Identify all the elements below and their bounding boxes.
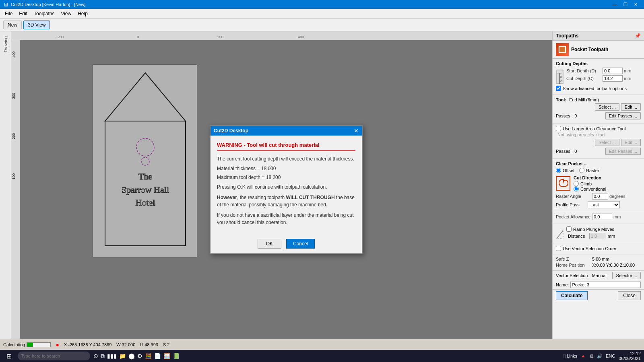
- ruler-tick-100: 100: [12, 173, 16, 179]
- area-edit-passes-button: Edit Passes ...: [605, 148, 641, 155]
- ramp-icon: [556, 227, 564, 239]
- menu-view[interactable]: View: [58, 10, 74, 17]
- tool-row: Tool: End Mill (6mm): [556, 97, 641, 102]
- cut-direction-options: Cut Direction Climb Conventional: [574, 175, 606, 191]
- progress-bar-fill: [27, 343, 33, 347]
- vector-order-checkbox[interactable]: [556, 246, 561, 251]
- taskbar: ⊞ ⊙ ⧉ ▮▮▮ 📁 ⬤ ⚙ 🧮 📄 🪟 📗 || Links 🔺 🖥 🔊 E…: [0, 350, 644, 362]
- not-using-label: Not using area clear tool: [557, 132, 641, 137]
- taskbar-icon-win[interactable]: 🪟: [163, 353, 170, 359]
- modal-pressing-ok: Pressing O.K will continue with toolpath…: [217, 183, 355, 191]
- modal-body-text: The current tool cutting depth will exce…: [217, 155, 355, 162]
- taskbar-time: 12:12: [630, 351, 641, 356]
- start-button[interactable]: ⊞: [3, 352, 14, 360]
- selector-button[interactable]: Selector ...: [612, 272, 641, 279]
- main-layout: Drawing -200 0 200 400 -400 300 200 100: [0, 31, 644, 339]
- modal-close-button[interactable]: ✕: [354, 128, 359, 134]
- pin-button[interactable]: 📌: [635, 33, 641, 39]
- tool-select-button[interactable]: Select ...: [595, 103, 619, 111]
- raster-angle-input[interactable]: [592, 193, 608, 200]
- conventional-radio[interactable]: [574, 186, 579, 191]
- title-bar-title: Cut2D Desktop [Kevin Harton] - [New]: [11, 2, 85, 7]
- modal-body: WARNING - Tool will cut through material…: [211, 136, 362, 236]
- new-button[interactable]: New: [3, 21, 22, 29]
- ramp-unit: mm: [608, 234, 615, 239]
- spiral-icon: [556, 176, 570, 191]
- cutting-depths-icon: D C: [556, 69, 564, 84]
- taskbar-icon-chrome[interactable]: ⬤: [128, 353, 135, 359]
- calc-row: Calculate Close: [553, 289, 644, 302]
- vector-selection-value: Manual: [592, 273, 607, 278]
- raster-angle-row: Raster Angle degrees: [556, 193, 641, 200]
- taskbar-icon-bar[interactable]: ▮▮▮: [107, 353, 117, 359]
- profile-pass-select[interactable]: Last First: [588, 201, 620, 208]
- left-panel: Drawing: [0, 31, 11, 339]
- taskbar-icon-doc[interactable]: 📄: [154, 353, 161, 359]
- calculate-button[interactable]: Calculate: [556, 291, 588, 300]
- minimize-button[interactable]: —: [609, 0, 620, 9]
- close-button[interactable]: ✕: [631, 0, 641, 9]
- climb-radio[interactable]: [574, 181, 579, 186]
- area-clearance-checkbox[interactable]: [556, 126, 561, 131]
- start-depth-input[interactable]: [603, 68, 623, 74]
- modal-cancel-button[interactable]: Cancel: [286, 239, 315, 249]
- modal-titlebar: Cut2D Desktop ✕: [211, 126, 362, 136]
- raster-radio[interactable]: [579, 168, 584, 173]
- vector-order-section: Use Vector Selection Order: [553, 243, 644, 255]
- taskbar-icon-green[interactable]: 📗: [173, 353, 180, 359]
- taskbar-network: 🖥: [589, 354, 594, 358]
- advanced-options-checkbox[interactable]: [556, 86, 561, 91]
- raster-angle-label: Raster Angle: [556, 194, 592, 199]
- home-position-value: X:0.00 Y:0.00 Z:10.00: [592, 263, 635, 267]
- menu-file[interactable]: File: [2, 10, 16, 17]
- modal-ok-button[interactable]: OK: [258, 239, 281, 249]
- offset-label: Offset: [563, 168, 574, 173]
- name-input[interactable]: [570, 282, 641, 288]
- cut-direction-box: Cut Direction Climb Conventional: [556, 175, 641, 191]
- raster-radio-row: Raster: [579, 168, 599, 173]
- ruler-tick-0: 0: [137, 35, 139, 39]
- cutting-depths-title: Cutting Depths: [556, 61, 641, 66]
- pocket-toolpath-header: Pocket Toolpath: [553, 41, 644, 59]
- taskbar-icon-task[interactable]: ⊙: [93, 353, 98, 359]
- start-depth-unit: mm: [624, 68, 631, 73]
- area-edit-button: Edit ...: [621, 139, 641, 146]
- pocket-allowance-unit: mm: [613, 214, 621, 219]
- offset-radio[interactable]: [556, 168, 561, 173]
- taskbar-icon-switch[interactable]: ⧉: [101, 353, 105, 360]
- taskbar-region: ENG: [606, 354, 615, 358]
- area-clearance-section: Use Larger Area Clearance Tool Not using…: [553, 123, 644, 159]
- drawing-tab-label[interactable]: Drawing: [3, 36, 8, 52]
- restore-button[interactable]: ❐: [620, 0, 631, 9]
- safe-z-section: Safe Z 5.08 mm Home Position X:0.00 Y:0.…: [553, 255, 644, 271]
- taskbar-search-input[interactable]: [18, 352, 90, 360]
- taskbar-icon-settings[interactable]: ⚙: [137, 353, 142, 359]
- menu-toolpaths[interactable]: Toolpaths: [31, 10, 58, 17]
- title-bar-left: 🖥 Cut2D Desktop [Kevin Harton] - [New]: [3, 2, 85, 8]
- taskbar-icon-folder[interactable]: 📁: [119, 353, 126, 359]
- advanced-options-label: Show advanced toolpath options: [563, 86, 627, 91]
- pocket-allowance-input[interactable]: [592, 214, 612, 220]
- pocket-allowance-label: Pocket Allowance: [556, 214, 592, 219]
- edit-passes-button[interactable]: Edit Passes ...: [605, 112, 641, 119]
- vector-order-row: Use Vector Selection Order: [556, 246, 641, 251]
- home-position-label: Home Position: [556, 263, 592, 267]
- ramp-checkbox[interactable]: [566, 226, 572, 232]
- menu-bar: File Edit Toolpaths View Help: [0, 9, 644, 19]
- status-coords: X:-265.1635 Y:404.7869: [64, 342, 111, 347]
- cut-depth-input[interactable]: [603, 75, 623, 82]
- clear-pocket-title: Clear Pocket ...: [556, 161, 641, 166]
- menu-help[interactable]: Help: [74, 10, 91, 17]
- however-bold: However: [217, 195, 237, 200]
- calculating-label: Calculating: [3, 342, 25, 347]
- menu-edit[interactable]: Edit: [16, 10, 31, 17]
- vector-selection-label: Vector Selection: Manual: [556, 273, 607, 278]
- tool-edit-button[interactable]: Edit ...: [621, 103, 641, 111]
- advanced-options-row: Show advanced toolpath options: [556, 86, 641, 91]
- close-panel-button[interactable]: Close: [618, 291, 641, 300]
- area-passes-label: Passes: 0: [556, 149, 577, 154]
- error-icon: ●: [56, 341, 59, 348]
- taskbar-icon-calc[interactable]: 🧮: [145, 353, 152, 359]
- status-progress: Calculating: [3, 342, 51, 347]
- view-3d-button[interactable]: 3D View: [23, 21, 50, 29]
